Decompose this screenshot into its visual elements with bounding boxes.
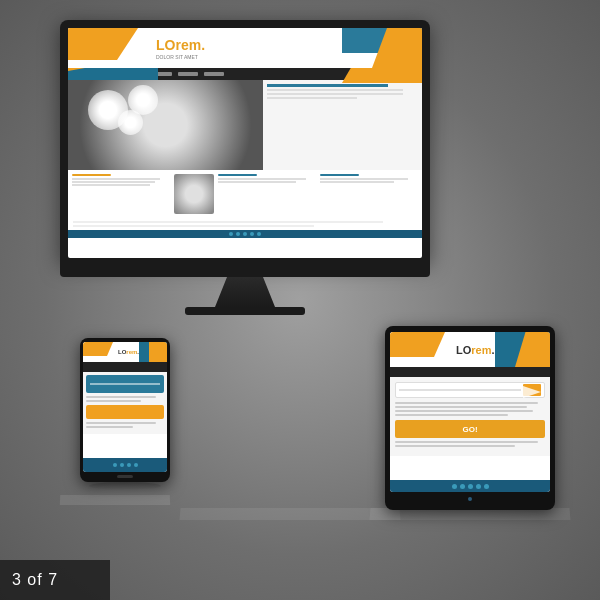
page-counter: 3 of 7 — [0, 560, 110, 600]
phone-box-yellow — [86, 405, 164, 419]
footer-line-2 — [73, 225, 314, 227]
tablet-content: GO! — [390, 377, 550, 456]
tablet-search-bar[interactable] — [395, 382, 545, 398]
col-text-1 — [72, 178, 160, 180]
phone-text-line — [86, 422, 156, 424]
sidebar-line-3 — [267, 93, 403, 95]
nav-item — [178, 72, 198, 76]
phone-header: LOrem. — [83, 342, 167, 362]
monitor-screen: LOrem. DOLOR SIT AMET — [68, 28, 422, 258]
tablet-btm-dot — [484, 484, 489, 489]
col3-text-1 — [320, 178, 408, 180]
website-sidebar — [263, 80, 422, 170]
shelf-reflection-mid — [179, 508, 400, 520]
shelf-reflection-left — [60, 495, 170, 505]
sidebar-line-1 — [267, 84, 388, 87]
phone-logo: LOrem. — [118, 349, 139, 355]
tablet-text-line2 — [395, 441, 538, 443]
nav-item — [74, 72, 94, 76]
website-main-image — [68, 80, 263, 170]
tablet-btm-dot — [468, 484, 473, 489]
tablet-text-line — [395, 402, 538, 404]
phone: LOrem. — [80, 338, 170, 490]
phone-btm-dot — [113, 463, 117, 467]
tablet-bezel: LOrem. — [385, 326, 555, 510]
tablet-text-block — [395, 402, 545, 416]
phone-text-line — [86, 396, 156, 398]
phone-shadow — [89, 482, 161, 490]
phone-line-1 — [90, 383, 160, 385]
btm-dot — [229, 232, 233, 236]
tablet-bottom-bar — [390, 480, 550, 492]
website-content-row2 — [68, 170, 422, 218]
phone-bottom-bar — [83, 458, 167, 472]
col2-text-2 — [218, 181, 296, 183]
btm-dot — [250, 232, 254, 236]
tablet: LOrem. — [385, 326, 555, 510]
website-tagline: DOLOR SIT AMET — [156, 54, 205, 60]
phone-btm-dot — [127, 463, 131, 467]
col3-accent — [320, 174, 359, 176]
logo-rem: rem. — [175, 37, 205, 53]
phone-bezel: LOrem. — [80, 338, 170, 482]
tablet-text-block2 — [395, 441, 545, 447]
tablet-search-line — [399, 389, 521, 391]
website-col-3 — [320, 174, 418, 214]
tablet-text-line — [395, 406, 527, 408]
tablet-header: LOrem. — [390, 332, 550, 367]
phone-shape-orange — [83, 342, 113, 356]
footer-line-1 — [73, 221, 383, 223]
col-text-3 — [72, 184, 150, 186]
tablet-screen: LOrem. — [390, 332, 550, 492]
tablet-btm-dot — [452, 484, 457, 489]
btm-dot — [257, 232, 261, 236]
website-content-area — [68, 80, 422, 170]
tablet-text-line — [395, 414, 508, 416]
background: LOrem. DOLOR SIT AMET — [0, 0, 600, 600]
phone-btm-dot — [134, 463, 138, 467]
sidebar-line-4 — [267, 97, 358, 99]
tablet-search-button[interactable] — [523, 384, 541, 396]
col3-text-2 — [320, 181, 394, 183]
monitor-stand — [215, 277, 275, 307]
col-accent — [72, 174, 111, 176]
btm-dot — [236, 232, 240, 236]
col2-accent — [218, 174, 257, 176]
tablet-logo: LOrem. — [456, 344, 495, 356]
phone-nav — [83, 362, 167, 372]
header-shape-orange — [68, 28, 138, 60]
phone-text-line — [86, 426, 133, 428]
phone-box-blue — [86, 375, 164, 393]
monitor-bottom-bar — [60, 263, 430, 277]
monitor: LOrem. DOLOR SIT AMET — [60, 20, 430, 315]
phone-screen: LOrem. — [83, 342, 167, 472]
phone-content — [83, 372, 167, 434]
tablet-text-line — [395, 410, 533, 412]
tablet-btm-dot — [476, 484, 481, 489]
monitor-bezel: LOrem. DOLOR SIT AMET — [60, 20, 430, 263]
phone-text-lines — [86, 396, 164, 402]
phone-btm-dot — [120, 463, 124, 467]
phone-home-button — [117, 475, 133, 478]
tablet-go-button[interactable]: GO! — [395, 420, 545, 438]
nav-item — [152, 72, 172, 76]
btm-dot — [243, 232, 247, 236]
svg-marker-0 — [523, 386, 541, 398]
website-col-image — [174, 174, 214, 214]
website-bottom-bar — [68, 230, 422, 238]
col-text-2 — [72, 181, 155, 183]
tablet-nav — [390, 367, 550, 377]
website-col-1 — [72, 174, 170, 214]
website-nav — [68, 68, 422, 80]
tablet-bezel-bottom — [390, 494, 550, 504]
website-header: LOrem. DOLOR SIT AMET — [68, 28, 422, 68]
tablet-text-line2 — [395, 445, 515, 447]
phone-text-lines2 — [86, 422, 164, 428]
website-logo: LOrem. — [156, 37, 205, 53]
page-counter-text: 3 of 7 — [12, 571, 58, 589]
tablet-shape-orange — [390, 332, 445, 357]
phone-text-line — [86, 400, 141, 402]
tablet-bezel-dot — [468, 497, 472, 501]
monitor-base — [185, 307, 305, 315]
col2-text-1 — [218, 178, 306, 180]
